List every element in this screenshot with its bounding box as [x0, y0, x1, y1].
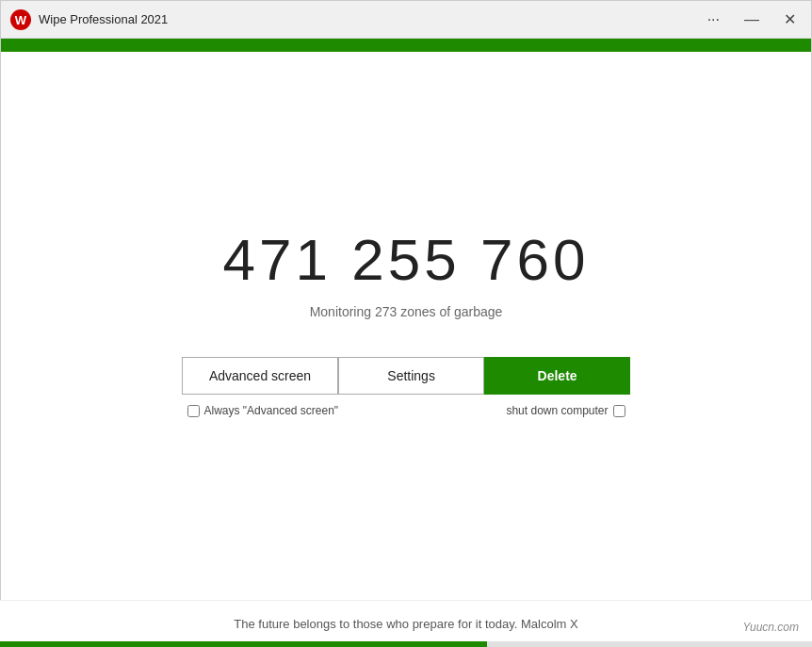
counter-value: 471 255 760: [223, 226, 590, 293]
shutdown-checkbox[interactable]: [613, 405, 625, 417]
title-left: W Wipe Professional 2021: [10, 9, 168, 30]
accent-bar: [1, 39, 811, 52]
svg-text:W: W: [15, 13, 27, 27]
always-advanced-checkbox[interactable]: [187, 405, 200, 417]
subtitle-text: Monitoring 273 zones of garbage: [310, 304, 503, 319]
menu-dots-button[interactable]: ···: [702, 9, 725, 30]
main-content: 471 255 760 Monitoring 273 zones of garb…: [1, 52, 811, 573]
delete-button[interactable]: Delete: [484, 357, 630, 395]
advanced-screen-button[interactable]: Advanced screen: [182, 357, 338, 395]
app-title: Wipe Professional 2021: [39, 12, 168, 26]
options-row: Always "Advanced screen" shut down compu…: [187, 404, 625, 417]
shutdown-option[interactable]: shut down computer: [506, 404, 625, 417]
settings-button[interactable]: Settings: [338, 357, 484, 395]
title-bar: W Wipe Professional 2021 ··· — ✕: [1, 1, 811, 39]
title-controls: ··· — ✕: [702, 8, 802, 30]
close-button[interactable]: ✕: [778, 8, 802, 30]
buttons-area: Advanced screen Settings Delete Always "…: [1, 357, 811, 417]
quote-text: The future belongs to those who prepare …: [234, 617, 577, 631]
always-advanced-label: Always "Advanced screen": [204, 404, 339, 417]
watermark: Yuucn.com: [742, 621, 799, 634]
bottom-bar: The future belongs to those who prepare …: [0, 600, 812, 647]
app-logo: W: [10, 9, 31, 30]
progress-fill: [0, 641, 487, 647]
shutdown-label: shut down computer: [506, 404, 608, 417]
progress-bar: [0, 641, 812, 647]
minimize-button[interactable]: —: [739, 9, 765, 30]
always-advanced-option[interactable]: Always "Advanced screen": [187, 404, 339, 417]
buttons-row: Advanced screen Settings Delete: [182, 357, 630, 395]
